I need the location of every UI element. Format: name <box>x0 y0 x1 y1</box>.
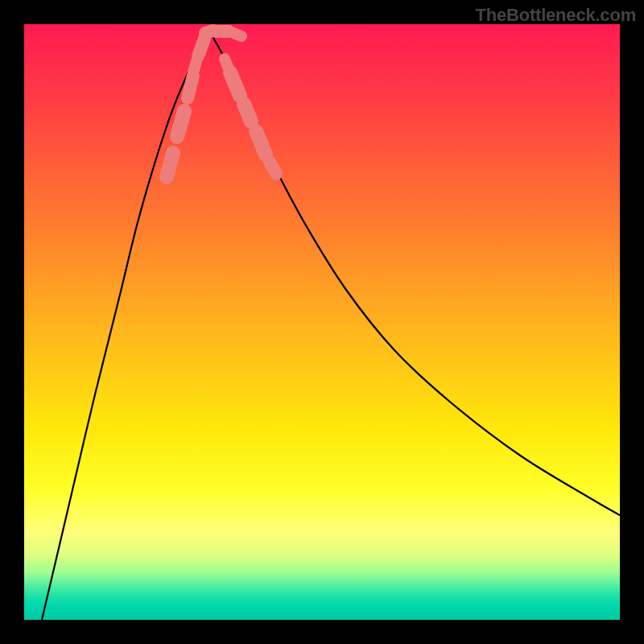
bottleneck-chart-svg <box>24 24 620 620</box>
sausage-marker-12 <box>270 162 276 174</box>
sausage-marker-11 <box>256 131 266 155</box>
sausage-marker-9 <box>230 72 240 96</box>
curve-right-branch <box>209 31 620 515</box>
curve-layer <box>42 31 620 620</box>
sausage-marker-7 <box>233 33 242 36</box>
sausage-marker-3 <box>193 61 196 72</box>
sausage-marker-1 <box>177 111 184 137</box>
sausage-marker-8 <box>225 59 228 67</box>
sausage-marker-10 <box>244 104 251 122</box>
sausage-marker-4 <box>198 39 204 56</box>
sausage-marker-2 <box>188 76 193 98</box>
sausage-marker-0 <box>167 153 173 177</box>
watermark-text: TheBottleneck.com <box>475 5 636 26</box>
